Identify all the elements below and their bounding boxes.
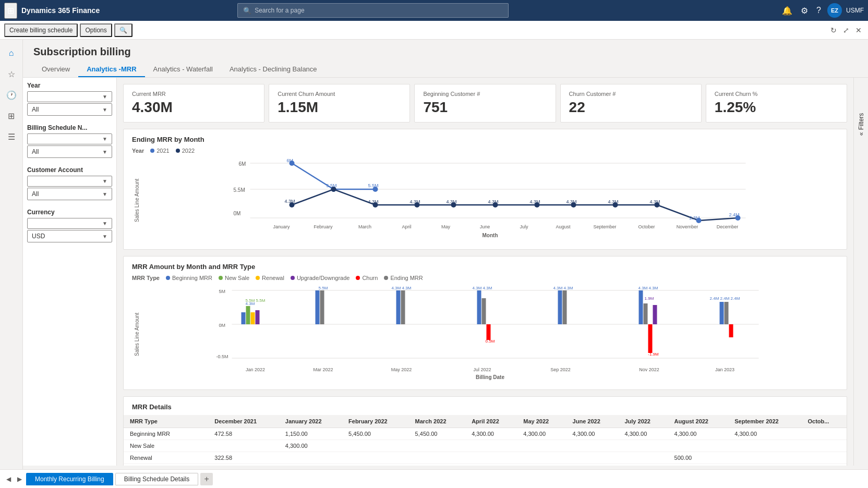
sidebar-favorites-icon[interactable]: ☆ (2, 65, 21, 83)
customer-account-filter-group: Customer Account ▼ All ▼ (27, 166, 112, 200)
customer-account-chevron-icon: ▼ (102, 178, 107, 184)
tab-overview[interactable]: Overview (33, 62, 78, 77)
search-breadcrumb-button[interactable]: 🔍 (114, 23, 132, 37)
td-upgrade-mar (409, 464, 466, 466)
legend-ending-mrr: Ending MRR (384, 275, 423, 281)
table-row: Beginning MRR 472.58 1,150.00 5,450.00 5… (124, 428, 847, 440)
lbl-2022-mar: 4.3M (368, 199, 379, 204)
left-sidebar: ⌂ ☆ 🕐 ⊞ ☰ (0, 40, 23, 469)
sidebar-home-icon[interactable]: ⌂ (2, 44, 21, 63)
sidebar-modules-icon[interactable]: ☰ (2, 127, 21, 146)
legend-2021-label: 2021 (156, 148, 169, 154)
kpi-churn-customer: Churn Customer # 22 (560, 84, 702, 123)
bar-y-0m: 0M (219, 323, 226, 328)
currency-filter-dropdown[interactable]: USD ▼ (27, 230, 112, 242)
year-filter-dropdown-main[interactable]: ▼ (27, 91, 112, 102)
kpi-churn-amount-label: Current Churn Amount (278, 91, 401, 97)
lbl-nov-churn: -1.9M (648, 352, 659, 357)
billing-schedule-filter-dropdown[interactable]: All ▼ (27, 145, 112, 158)
tab-analytics-declining[interactable]: Analytics - Declining Balance (221, 62, 326, 77)
mrr-bar-svg-container: 5M 0M -0.5M (142, 285, 838, 383)
open-in-new-button[interactable]: ⤢ (841, 24, 851, 36)
x-axis-label: Month (483, 233, 498, 238)
kpi-current-mrr-value: 4.30M (132, 99, 256, 116)
currency-chevron-icon: ▼ (102, 221, 107, 226)
lbl-2021-feb: 5.5M (327, 183, 337, 188)
td-new-sale-mar (409, 440, 466, 452)
td-beginning-dec: 472.58 (208, 428, 279, 440)
x-oct: October (638, 224, 655, 229)
x-feb: February (314, 224, 333, 229)
breadcrumb-bar: Create billing schedule Options 🔍 ↻ ⤢ ✕ (0, 21, 868, 40)
lbl-jan23-24m: 2.4M 2.4M 2.4M (710, 296, 740, 301)
kpi-current-mrr-label: Current MRR (132, 91, 256, 97)
year-filter-dropdown[interactable]: All ▼ (27, 103, 112, 116)
bottom-add-tab-button[interactable]: + (200, 473, 213, 485)
td-upgrade-jul (618, 464, 668, 466)
td-new-sale-type: New Sale (124, 440, 208, 452)
billing-schedule-filter-label: Billing Schedule N... (27, 124, 112, 131)
year-filter-chevron: ▼ (102, 107, 107, 113)
bar-may-begin (396, 290, 401, 324)
legend-ending-mrr-dot (384, 276, 388, 280)
bar-jan-upgrade (256, 310, 260, 324)
bottom-nav-next[interactable]: ▶ (15, 474, 24, 484)
x-mar: March (358, 224, 371, 229)
bottom-tab-billing-schedule[interactable]: Billing Schedule Details (115, 473, 198, 485)
kpi-churn-pct-value: 1.25% (715, 99, 838, 116)
billing-schedule-filter-dropdown-main[interactable]: ▼ (27, 133, 112, 144)
currency-filter-dropdown-main[interactable]: ▼ (27, 218, 112, 229)
table-header-row: MRR Type December 2021 January 2022 Febr… (124, 415, 847, 428)
search-input[interactable] (255, 7, 503, 14)
customer-account-filter-dropdown-main[interactable]: ▼ (27, 176, 112, 187)
mrr-details-table-wrapper[interactable]: MRR Type December 2021 January 2022 Febr… (124, 415, 847, 466)
td-new-sale-apr (465, 440, 517, 452)
th-apr-2022: April 2022 (465, 415, 517, 428)
bar-x-jan23: Jan 2023 (715, 367, 734, 372)
lbl-2021-mar: 5.5M (368, 183, 379, 188)
settings-button[interactable]: ⚙ (799, 4, 810, 18)
year-filter-group: Year ▼ All ▼ (27, 82, 112, 116)
legend-renewal-label: Renewal (262, 275, 284, 281)
legend-2021-dot (150, 149, 154, 153)
kpi-churn-amount: Current Churn Amount 1.15M (269, 84, 410, 123)
td-renewal-aug: 500.00 (668, 452, 729, 464)
refresh-button[interactable]: ↻ (828, 24, 839, 36)
td-renewal-jan (279, 452, 342, 464)
legend-new-sale: New Sale (219, 275, 249, 281)
sidebar-recent-icon[interactable]: 🕐 (2, 86, 21, 104)
search-bar[interactable]: 🔍 (237, 3, 509, 18)
bottom-bar: ◀ ▶ Monthly Recurring Billing Billing Sc… (0, 469, 868, 488)
mrr-details-card: MRR Details MRR Type December 2021 Janua… (123, 396, 847, 466)
user-badge[interactable]: EZ (827, 3, 842, 18)
app-grid-button[interactable]: ⊞ (4, 3, 17, 19)
bottom-nav-prev[interactable]: ◀ (4, 474, 13, 484)
breadcrumb-options[interactable]: Options (80, 23, 112, 37)
td-upgrade-apr (465, 464, 517, 466)
breadcrumb-create-billing[interactable]: Create billing schedule (4, 23, 78, 37)
legend-upgrade-dot (291, 276, 295, 280)
th-jul-2022: July 2022 (618, 415, 668, 428)
bar-sep-end (563, 290, 567, 324)
bottom-tab-monthly-billing[interactable]: Monthly Recurring Billing (26, 473, 113, 485)
tab-analytics-mrr[interactable]: Analytics -MRR (78, 62, 144, 77)
td-new-sale-aug (668, 440, 729, 452)
bar-x-jul22: Jul 2022 (473, 367, 491, 372)
close-button[interactable]: ✕ (853, 24, 864, 36)
table-row: New Sale 4,300.00 (124, 440, 847, 452)
right-filters-toggle[interactable]: « Filters (855, 109, 867, 140)
notifications-button[interactable]: 🔔 (780, 4, 794, 18)
ending-mrr-legend: Year 2021 2022 (132, 148, 838, 154)
lbl-2022-jul: 4.3M (530, 199, 540, 204)
help-button[interactable]: ? (814, 4, 823, 17)
mrr-bar-legend: MRR Type Beginning MRR New Sale Renewal (132, 275, 838, 281)
bar-x-axis-label: Billing Date (476, 374, 504, 380)
bar-x-nov22: Nov 2022 (639, 367, 659, 372)
td-new-sale-sep (728, 440, 801, 452)
sidebar-workspaces-icon[interactable]: ⊞ (2, 106, 21, 125)
legend-new-sale-dot (219, 276, 223, 280)
customer-account-filter-dropdown[interactable]: All ▼ (27, 188, 112, 200)
td-beginning-jun: 4,300.00 (566, 428, 619, 440)
tab-analytics-waterfall[interactable]: Analytics - Waterfall (145, 62, 221, 77)
bar-nov-begin (639, 290, 643, 324)
